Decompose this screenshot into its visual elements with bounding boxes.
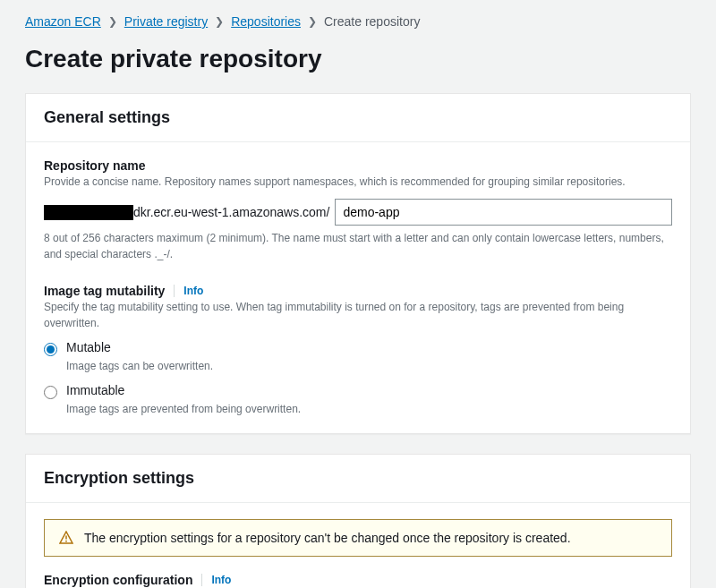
mutability-label-mutable: Mutable: [66, 340, 111, 354]
encryption-config-label: Encryption configuration: [44, 573, 192, 587]
breadcrumb-link-repositories[interactable]: Repositories: [231, 14, 301, 29]
breadcrumb-current: Create repository: [324, 14, 420, 29]
registry-prefix: dkr.ecr.eu-west-1.amazonaws.com/: [133, 205, 329, 219]
repository-name-hint: 8 out of 256 characters maximum (2 minim…: [44, 231, 672, 262]
svg-point-1: [65, 541, 67, 542]
mutability-sub-mutable: Image tags can be overwritten.: [66, 360, 672, 372]
redacted-prefix: [44, 205, 133, 220]
mutability-description: Specify the tag mutability setting to us…: [44, 300, 672, 331]
mutability-radio-immutable[interactable]: [44, 386, 57, 399]
chevron-right-icon: ❯: [215, 15, 224, 28]
repository-name-input[interactable]: [335, 199, 672, 226]
repository-name-label: Repository name: [44, 158, 672, 173]
general-settings-heading: General settings: [44, 108, 672, 127]
encryption-settings-heading: Encryption settings: [44, 469, 672, 488]
mutability-sub-immutable: Image tags are prevented from being over…: [66, 403, 672, 415]
chevron-right-icon: ❯: [308, 15, 317, 28]
encryption-info-link[interactable]: Info: [201, 574, 231, 586]
page-title: Create private repository: [25, 45, 691, 73]
breadcrumb: Amazon ECR ❯ Private registry ❯ Reposito…: [25, 14, 691, 29]
mutability-option-immutable[interactable]: Immutable: [44, 383, 672, 399]
breadcrumb-link-ecr[interactable]: Amazon ECR: [25, 14, 101, 29]
mutability-label: Image tag mutability: [44, 284, 165, 298]
encryption-warning-alert: The encryption settings for a repository…: [44, 519, 672, 557]
encryption-settings-panel: Encryption settings The encryption setti…: [25, 454, 691, 588]
warning-icon: [59, 531, 73, 545]
repository-name-description: Provide a concise name. Repository names…: [44, 175, 672, 190]
mutability-info-link[interactable]: Info: [174, 285, 203, 297]
encryption-warning-text: The encryption settings for a repository…: [84, 531, 571, 545]
breadcrumb-link-registry[interactable]: Private registry: [124, 14, 208, 29]
mutability-label-immutable: Immutable: [66, 383, 124, 397]
mutability-option-mutable[interactable]: Mutable: [44, 340, 672, 356]
mutability-radio-mutable[interactable]: [44, 343, 57, 356]
general-settings-panel: General settings Repository name Provide…: [25, 93, 691, 434]
chevron-right-icon: ❯: [108, 15, 117, 28]
